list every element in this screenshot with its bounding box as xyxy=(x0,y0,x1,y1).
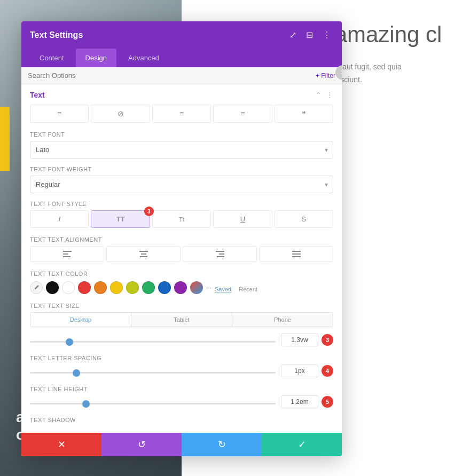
redo-button[interactable]: ↻ xyxy=(182,433,262,456)
font-style-label: Text Font Style xyxy=(30,201,333,207)
align-right-btn[interactable]: ≡ xyxy=(213,105,272,123)
font-label: Text Font xyxy=(30,131,333,138)
svg-rect-2 xyxy=(63,256,70,257)
svg-rect-11 xyxy=(292,256,301,257)
section-more-icon[interactable]: ⋮ xyxy=(326,91,333,99)
svg-rect-1 xyxy=(63,253,68,255)
color-label: Text Text Color xyxy=(30,271,333,277)
style-capitalize-btn[interactable]: Tt xyxy=(152,210,211,228)
svg-rect-8 xyxy=(217,256,224,257)
modal-header-icons: ⤢ ⊟ ⋮ xyxy=(287,29,333,41)
undo-icon: ↺ xyxy=(138,439,146,450)
svg-rect-4 xyxy=(141,253,146,255)
text-settings-modal: Text Settings ⤢ ⊟ ⋮ Content Design Advan… xyxy=(21,21,342,456)
color-more-btn[interactable]: ··· xyxy=(206,284,212,291)
modal-title: Text Settings xyxy=(30,30,83,40)
font-select[interactable]: Lato Arial Georgia xyxy=(30,141,333,158)
columns-icon[interactable]: ⊟ xyxy=(304,29,315,41)
svg-rect-7 xyxy=(219,253,224,255)
style-strikethrough-btn[interactable]: S xyxy=(275,210,333,228)
align-quote-btn[interactable]: ❝ xyxy=(275,105,333,123)
section-action-icons: ⌃ ⋮ xyxy=(315,91,333,99)
text-align-row: ≡ ⊘ ≡ ≡ ❝ xyxy=(30,105,333,123)
filter-button[interactable]: + Filter xyxy=(316,72,335,80)
text-alignment-row xyxy=(30,246,333,262)
color-yellow-green[interactable] xyxy=(126,281,139,294)
line-height-badge: 5 xyxy=(322,396,333,408)
confirm-button[interactable]: ✓ xyxy=(262,433,342,456)
cancel-button[interactable]: ✕ xyxy=(21,433,101,456)
text-alignment-label: Text Text Alignment xyxy=(30,236,333,243)
tab-design[interactable]: Design xyxy=(76,49,116,67)
text-size-value-input[interactable] xyxy=(281,334,318,346)
modal-footer: ✕ ↺ ↻ ✓ xyxy=(21,433,342,456)
device-tab-tablet[interactable]: Tablet xyxy=(131,313,232,327)
color-gradient[interactable] xyxy=(190,281,203,294)
svg-rect-5 xyxy=(140,256,147,257)
more-options-icon[interactable]: ⋮ xyxy=(320,29,333,41)
text-size-slider-track xyxy=(30,335,276,345)
text-size-slider[interactable] xyxy=(30,341,276,343)
color-yellow[interactable] xyxy=(110,281,123,294)
color-white[interactable] xyxy=(62,281,75,294)
style-bold-btn[interactable]: TT 3 xyxy=(91,210,150,228)
align-left-btn[interactable]: ≡ xyxy=(30,105,89,123)
svg-rect-3 xyxy=(139,251,148,252)
color-blue[interactable] xyxy=(158,281,171,294)
text-align-justify-btn[interactable] xyxy=(259,246,333,262)
section-header: Text ⌃ ⋮ xyxy=(30,91,333,99)
text-shadow-label: Text Shadow xyxy=(30,417,333,423)
device-tab-desktop[interactable]: Desktop xyxy=(30,313,131,327)
letter-spacing-slider-row: 4 xyxy=(30,364,333,377)
text-size-value-wrap: 3 xyxy=(281,334,333,346)
line-height-value-input[interactable] xyxy=(281,395,318,408)
tab-content[interactable]: Content xyxy=(30,49,74,67)
font-weight-select-wrapper: Regular Bold Light ▾ xyxy=(30,176,333,193)
text-align-center-btn[interactable] xyxy=(106,246,181,262)
svg-rect-9 xyxy=(292,251,301,252)
eyedropper-btn[interactable] xyxy=(30,281,43,294)
svg-rect-6 xyxy=(216,251,224,252)
color-tab-saved[interactable]: Saved xyxy=(215,286,231,292)
color-row: ··· Saved Recent xyxy=(30,281,333,294)
text-align-right-btn[interactable] xyxy=(183,246,257,262)
modal-tabs: Content Design Advanced xyxy=(21,49,342,67)
svg-rect-0 xyxy=(63,251,72,252)
font-weight-label: Text Font Weight xyxy=(30,166,333,172)
color-green[interactable] xyxy=(142,281,155,294)
modal-header: Text Settings ⤢ ⊟ ⋮ xyxy=(21,21,342,49)
align-center-btn[interactable]: ≡ xyxy=(152,105,211,123)
device-tab-phone[interactable]: Phone xyxy=(232,313,333,327)
text-size-slider-row: 3 xyxy=(30,334,333,346)
letter-spacing-value-input[interactable] xyxy=(281,364,318,377)
section-title: Text xyxy=(30,91,45,99)
search-input[interactable] xyxy=(28,72,316,80)
line-height-slider-track xyxy=(30,397,276,407)
style-underline-btn[interactable]: U xyxy=(213,210,272,228)
color-black[interactable] xyxy=(46,281,59,294)
color-orange[interactable] xyxy=(94,281,107,294)
letter-spacing-label: Text Letter Spacing xyxy=(30,355,333,361)
undo-button[interactable]: ↺ xyxy=(101,433,182,456)
text-align-left-btn[interactable] xyxy=(30,246,104,262)
fullscreen-icon[interactable]: ⤢ xyxy=(287,29,299,41)
color-red[interactable] xyxy=(78,281,91,294)
line-height-label: Text Line Height xyxy=(30,386,333,392)
font-weight-select[interactable]: Regular Bold Light xyxy=(30,176,333,193)
line-height-value-wrap: 5 xyxy=(281,395,333,408)
redo-icon: ↻ xyxy=(218,439,226,450)
tab-advanced[interactable]: Advanced xyxy=(119,49,169,67)
color-purple[interactable] xyxy=(174,281,187,294)
style-italic-btn[interactable]: I xyxy=(30,210,89,228)
align-slash-btn[interactable]: ⊘ xyxy=(91,105,150,123)
font-style-row: I TT 3 Tt U S xyxy=(30,210,333,228)
letter-spacing-slider-track xyxy=(30,366,276,376)
bold-badge: 3 xyxy=(144,207,154,216)
letter-spacing-slider[interactable] xyxy=(30,372,276,374)
font-select-wrapper: Lato Arial Georgia ▾ xyxy=(30,141,333,158)
color-tab-recent[interactable]: Recent xyxy=(239,286,257,292)
line-height-slider-row: 5 xyxy=(30,395,333,408)
color-tabs: Saved Recent xyxy=(215,286,257,292)
line-height-slider[interactable] xyxy=(30,403,276,404)
collapse-icon[interactable]: ⌃ xyxy=(315,91,322,99)
